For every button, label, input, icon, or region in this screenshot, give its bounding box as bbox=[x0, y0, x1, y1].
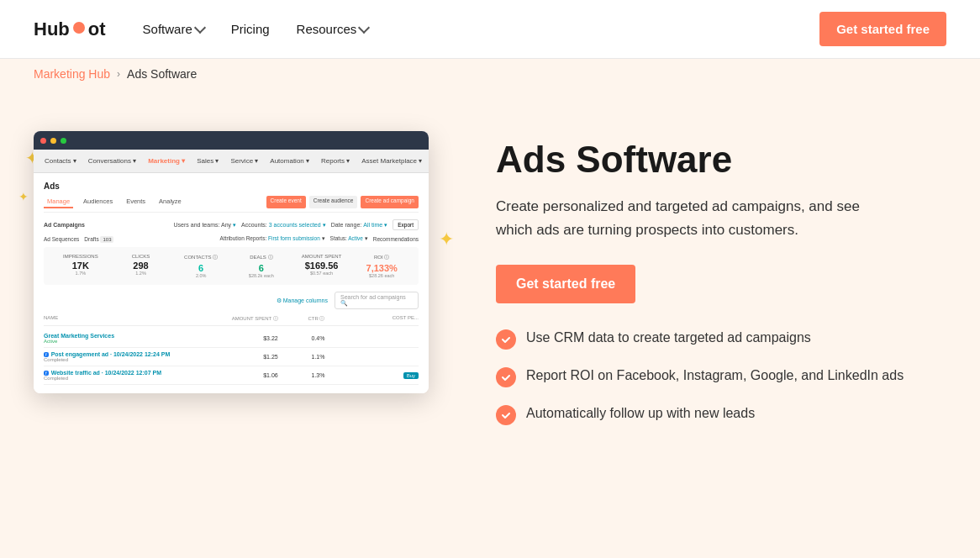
nav-software[interactable]: Software bbox=[133, 15, 214, 43]
hubspot-logo[interactable]: Hubot bbox=[34, 18, 106, 40]
stat-clicks: CLICKS 298 1.2% bbox=[111, 254, 171, 278]
feature-item-2: Report ROI on Facebook, Instagram, Googl… bbox=[496, 366, 946, 387]
check-icon-1 bbox=[496, 329, 516, 350]
nav-pricing[interactable]: Pricing bbox=[221, 15, 280, 43]
chevron-down-icon bbox=[358, 21, 370, 33]
mockup-nav-sales: Sales ▾ bbox=[192, 155, 223, 166]
ads-table: NAME AMOUNT SPENT ⓘ CTR ⓘ COST PE... Gre… bbox=[44, 313, 419, 385]
navigation: Hubot Software Pricing Resources Get sta… bbox=[0, 0, 980, 59]
logo-spot bbox=[73, 22, 85, 34]
stat-roi: ROI ⓘ 7,133% $28.26 each bbox=[351, 254, 412, 278]
feature-item-1: Use CRM data to create targeted ad campa… bbox=[496, 329, 946, 350]
mockup-page-title: Ads bbox=[44, 182, 419, 191]
buy-button[interactable]: Buy bbox=[403, 372, 419, 379]
breadcrumb-separator: › bbox=[117, 68, 120, 80]
check-icon-2 bbox=[496, 367, 516, 387]
stat-amount-spent: AMOUNT SPENT $169.56 $0.57 each bbox=[292, 254, 352, 278]
table-row: Great Marketing Services Active $3.22 0.… bbox=[44, 329, 419, 348]
sparkle-decoration-right: ✦ bbox=[439, 229, 454, 250]
mockup-tab-events[interactable]: Events bbox=[123, 196, 149, 208]
table-toolbar: ⚙ Manage columns Search for ad campaigns… bbox=[44, 292, 419, 309]
mockup-nav-service: Service ▾ bbox=[226, 155, 262, 166]
attribution-reports-label: Attribution Reports: First form submissi… bbox=[220, 235, 325, 242]
mockup-tab-manage[interactable]: Manage bbox=[44, 196, 73, 208]
table-row: f Website traffic ad · 10/24/2022 12:07 … bbox=[44, 366, 419, 385]
stat-deals: DEALS ⓘ 6 $28.2k each bbox=[231, 254, 292, 278]
stat-contacts: CONTACTS ⓘ 6 2.0% bbox=[171, 254, 231, 278]
breadcrumb-current-page: Ads Software bbox=[127, 67, 197, 81]
mockup-nav-conversations: Conversations ▾ bbox=[84, 155, 140, 166]
ad-sequences-label: Ad Sequences bbox=[44, 236, 79, 242]
create-campaign-button[interactable]: Create ad campaign bbox=[361, 196, 419, 208]
nav-items: Software Pricing Resources bbox=[133, 15, 379, 43]
manage-columns-button[interactable]: ⚙ Manage columns bbox=[277, 297, 328, 304]
mockup-nav-contacts: Contacts ▾ bbox=[40, 155, 81, 166]
export-button[interactable]: Export bbox=[393, 219, 419, 230]
create-audience-button[interactable]: Create audience bbox=[309, 196, 358, 208]
filter-users-teams[interactable]: Users and teams: Any ▾ bbox=[174, 222, 236, 229]
mockup-tabs: Manage Audiences Events Analyze Create e… bbox=[44, 196, 419, 213]
facebook-icon: f bbox=[44, 371, 49, 376]
breadcrumb: Marketing Hub › Ads Software bbox=[0, 59, 980, 89]
mockup-browser-bar bbox=[34, 131, 429, 150]
nav-cta-button[interactable]: Get started free bbox=[819, 12, 946, 46]
mockup-nav-automation: Automation ▾ bbox=[266, 155, 313, 166]
feature-text-2: Report ROI on Facebook, Instagram, Googl… bbox=[526, 366, 904, 385]
facebook-icon: f bbox=[44, 352, 49, 357]
recommendations-label: Recommendations bbox=[373, 236, 419, 242]
feature-text-1: Use CRM data to create targeted ad campa… bbox=[526, 329, 811, 347]
drafts-label: Drafts 103 bbox=[84, 236, 113, 242]
nav-left: Hubot Software Pricing Resources bbox=[34, 15, 378, 43]
search-ad-campaigns[interactable]: Search for ad campaigns 🔍 bbox=[335, 292, 419, 309]
hero-section: ✦ ✦ Contacts ▾ Conversations ▾ Marketing… bbox=[0, 89, 980, 558]
mockup-tab-audiences[interactable]: Audiences bbox=[80, 196, 116, 208]
sub-filters: Ad Sequences Drafts 103 Attribution Repo… bbox=[44, 235, 419, 242]
stats-row: IMPRESSIONS 17K 1.7% CLICKS 298 1.2% CON… bbox=[44, 247, 419, 285]
filter-accounts[interactable]: Accounts: 3 accounts selected ▾ bbox=[241, 222, 326, 229]
sparkle-decoration-small: ✦ bbox=[18, 190, 29, 203]
window-close-dot bbox=[40, 138, 46, 144]
nav-resources[interactable]: Resources bbox=[287, 15, 379, 43]
chevron-down-icon bbox=[194, 21, 206, 33]
table-row: f Post engagement ad · 10/24/2022 12:24 … bbox=[44, 348, 419, 366]
product-description: Create personalized and targeted ad camp… bbox=[496, 195, 899, 240]
filter-ad-campaigns: Ad Campaigns bbox=[44, 222, 85, 228]
stat-impressions: IMPRESSIONS 17K 1.7% bbox=[50, 254, 111, 278]
filter-date-range[interactable]: Date range: All time ▾ bbox=[331, 222, 388, 229]
mockup-nav-marketing: Marketing ▾ bbox=[144, 155, 189, 166]
screen-mockup: Contacts ▾ Conversations ▾ Marketing ▾ S… bbox=[34, 131, 429, 393]
mockup-nav-marketplace: Asset Marketplace ▾ bbox=[357, 155, 426, 166]
window-maximize-dot bbox=[61, 138, 66, 144]
mockup-body: Ads Manage Audiences Events Analyze Crea… bbox=[34, 173, 429, 393]
breadcrumb-parent-link[interactable]: Marketing Hub bbox=[34, 67, 110, 81]
mockup-tab-analyze[interactable]: Analyze bbox=[155, 196, 185, 208]
feature-text-3: Automatically follow up with new leads bbox=[526, 404, 755, 423]
create-event-button[interactable]: Create event bbox=[266, 196, 306, 208]
feature-list: Use CRM data to create targeted ad campa… bbox=[496, 329, 946, 425]
mockup-nav-reports: Reports ▾ bbox=[317, 155, 354, 166]
product-title: Ads Software bbox=[496, 140, 946, 180]
window-minimize-dot bbox=[50, 138, 56, 144]
feature-item-3: Automatically follow up with new leads bbox=[496, 404, 946, 425]
mockup-filters: Ad Campaigns Users and teams: Any ▾ Acco… bbox=[44, 219, 419, 230]
table-header: NAME AMOUNT SPENT ⓘ CTR ⓘ COST PE... bbox=[44, 313, 419, 326]
status-filter[interactable]: Status: Active ▾ bbox=[330, 235, 368, 242]
hero-content-col: Ads Software Create personalized and tar… bbox=[496, 123, 946, 425]
check-icon-3 bbox=[496, 405, 516, 425]
product-screenshot-col: ✦ ✦ Contacts ▾ Conversations ▾ Marketing… bbox=[34, 123, 445, 393]
hero-cta-button[interactable]: Get started free bbox=[496, 265, 635, 303]
mockup-app-navbar: Contacts ▾ Conversations ▾ Marketing ▾ S… bbox=[34, 150, 429, 173]
